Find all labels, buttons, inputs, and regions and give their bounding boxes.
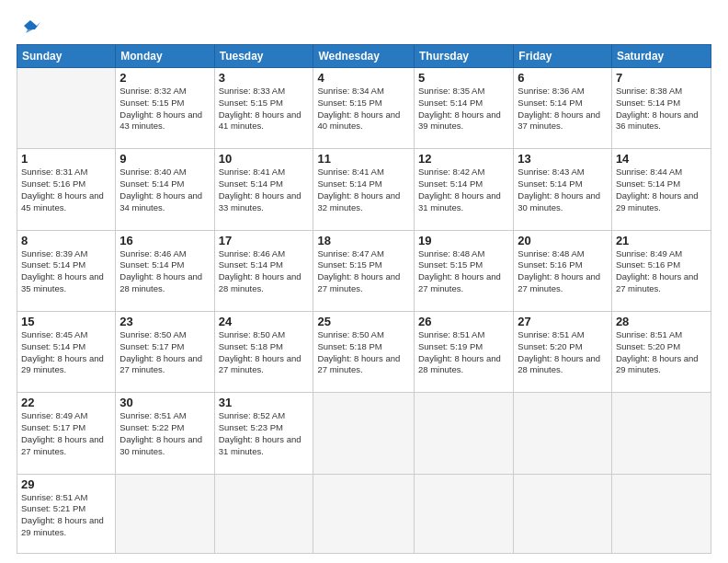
day-detail: Sunrise: 8:46 AMSunset: 5:14 PMDaylight:… bbox=[119, 248, 202, 293]
col-header-thursday: Thursday bbox=[415, 45, 514, 68]
day-detail: Sunrise: 8:42 AMSunset: 5:14 PMDaylight:… bbox=[418, 167, 501, 212]
day-cell-17: 17Sunrise: 8:46 AMSunset: 5:14 PMDayligh… bbox=[214, 230, 313, 311]
day-number: 20 bbox=[518, 234, 608, 247]
day-cell-30: 30Sunrise: 8:51 AMSunset: 5:22 PMDayligh… bbox=[116, 393, 214, 474]
day-number: 4 bbox=[317, 71, 410, 85]
day-number: 13 bbox=[518, 152, 608, 166]
day-cell-20: 20Sunrise: 8:48 AMSunset: 5:16 PMDayligh… bbox=[514, 230, 612, 311]
day-detail: Sunrise: 8:48 AMSunset: 5:16 PMDaylight:… bbox=[518, 248, 600, 293]
day-cell-7: 7Sunrise: 8:38 AMSunset: 5:14 PMDaylight… bbox=[611, 68, 711, 149]
col-header-saturday: Saturday bbox=[611, 45, 711, 68]
day-cell-21: 21Sunrise: 8:49 AMSunset: 5:16 PMDayligh… bbox=[611, 230, 711, 311]
day-number: 2 bbox=[119, 71, 210, 85]
day-detail: Sunrise: 8:31 AMSunset: 5:16 PMDaylight:… bbox=[21, 167, 104, 212]
day-cell-18: 18Sunrise: 8:47 AMSunset: 5:15 PMDayligh… bbox=[313, 230, 415, 311]
day-number: 18 bbox=[317, 234, 410, 247]
day-number: 27 bbox=[518, 315, 608, 328]
day-cell-31: 31Sunrise: 8:52 AMSunset: 5:23 PMDayligh… bbox=[214, 393, 313, 474]
day-detail: Sunrise: 8:35 AMSunset: 5:14 PMDaylight:… bbox=[418, 86, 501, 131]
day-detail: Sunrise: 8:49 AMSunset: 5:16 PMDaylight:… bbox=[616, 248, 699, 293]
col-header-wednesday: Wednesday bbox=[313, 45, 415, 68]
day-detail: Sunrise: 8:41 AMSunset: 5:14 PMDaylight:… bbox=[317, 167, 400, 212]
day-detail: Sunrise: 8:51 AMSunset: 5:21 PMDaylight:… bbox=[21, 492, 104, 537]
svg-marker-0 bbox=[24, 20, 40, 29]
day-number: 23 bbox=[119, 315, 210, 328]
day-cell-19: 19Sunrise: 8:48 AMSunset: 5:15 PMDayligh… bbox=[415, 230, 514, 311]
day-number: 12 bbox=[418, 152, 509, 166]
day-cell-1: 1Sunrise: 8:31 AMSunset: 5:16 PMDaylight… bbox=[17, 149, 116, 230]
day-cell-4: 4Sunrise: 8:34 AMSunset: 5:15 PMDaylight… bbox=[313, 68, 415, 149]
empty-cell bbox=[514, 393, 612, 474]
day-number: 22 bbox=[21, 396, 111, 409]
day-detail: Sunrise: 8:51 AMSunset: 5:19 PMDaylight:… bbox=[418, 329, 501, 374]
day-cell-3: 3Sunrise: 8:33 AMSunset: 5:15 PMDaylight… bbox=[214, 68, 313, 149]
empty-cell bbox=[313, 393, 415, 474]
day-detail: Sunrise: 8:51 AMSunset: 5:20 PMDaylight:… bbox=[616, 329, 699, 374]
day-number: 19 bbox=[418, 234, 509, 247]
header bbox=[17, 17, 711, 37]
day-detail: Sunrise: 8:50 AMSunset: 5:18 PMDaylight:… bbox=[317, 329, 400, 374]
day-cell-15: 15Sunrise: 8:45 AMSunset: 5:14 PMDayligh… bbox=[17, 311, 116, 392]
day-number: 3 bbox=[219, 71, 310, 85]
day-number: 1 bbox=[21, 152, 111, 166]
empty-cell bbox=[313, 474, 415, 553]
day-detail: Sunrise: 8:43 AMSunset: 5:14 PMDaylight:… bbox=[518, 167, 600, 212]
day-number: 11 bbox=[317, 152, 410, 166]
day-number: 29 bbox=[21, 477, 111, 491]
day-detail: Sunrise: 8:44 AMSunset: 5:14 PMDaylight:… bbox=[616, 167, 699, 212]
day-cell-2: 2Sunrise: 8:32 AMSunset: 5:15 PMDaylight… bbox=[116, 68, 214, 149]
day-number: 31 bbox=[219, 396, 310, 409]
empty-cell bbox=[611, 393, 711, 474]
day-number: 16 bbox=[119, 234, 210, 247]
empty-cell bbox=[214, 474, 313, 553]
empty-cell bbox=[116, 474, 214, 553]
day-cell-28: 28Sunrise: 8:51 AMSunset: 5:20 PMDayligh… bbox=[611, 311, 711, 392]
day-detail: Sunrise: 8:34 AMSunset: 5:15 PMDaylight:… bbox=[317, 86, 400, 131]
day-detail: Sunrise: 8:48 AMSunset: 5:15 PMDaylight:… bbox=[418, 248, 501, 293]
col-header-tuesday: Tuesday bbox=[214, 45, 313, 68]
day-detail: Sunrise: 8:52 AMSunset: 5:23 PMDaylight:… bbox=[219, 410, 301, 455]
day-detail: Sunrise: 8:38 AMSunset: 5:14 PMDaylight:… bbox=[616, 86, 699, 131]
day-detail: Sunrise: 8:49 AMSunset: 5:17 PMDaylight:… bbox=[21, 410, 104, 455]
day-number: 26 bbox=[418, 315, 509, 328]
logo-bird-icon bbox=[20, 17, 40, 37]
day-number: 10 bbox=[219, 152, 310, 166]
day-detail: Sunrise: 8:46 AMSunset: 5:14 PMDaylight:… bbox=[219, 248, 301, 293]
day-number: 24 bbox=[219, 315, 310, 328]
empty-cell bbox=[17, 68, 116, 149]
day-number: 28 bbox=[616, 315, 707, 328]
day-cell-14: 14Sunrise: 8:44 AMSunset: 5:14 PMDayligh… bbox=[611, 149, 711, 230]
col-header-monday: Monday bbox=[116, 45, 214, 68]
empty-cell bbox=[611, 474, 711, 553]
day-detail: Sunrise: 8:51 AMSunset: 5:20 PMDaylight:… bbox=[518, 329, 600, 374]
empty-cell bbox=[514, 474, 612, 553]
day-number: 25 bbox=[317, 315, 410, 328]
day-number: 9 bbox=[119, 152, 210, 166]
day-detail: Sunrise: 8:36 AMSunset: 5:14 PMDaylight:… bbox=[518, 86, 600, 131]
day-number: 14 bbox=[616, 152, 707, 166]
day-cell-5: 5Sunrise: 8:35 AMSunset: 5:14 PMDaylight… bbox=[415, 68, 514, 149]
day-cell-27: 27Sunrise: 8:51 AMSunset: 5:20 PMDayligh… bbox=[514, 311, 612, 392]
calendar-table: SundayMondayTuesdayWednesdayThursdayFrid… bbox=[17, 44, 711, 554]
day-number: 8 bbox=[21, 234, 111, 247]
col-header-sunday: Sunday bbox=[17, 45, 116, 68]
day-cell-11: 11Sunrise: 8:41 AMSunset: 5:14 PMDayligh… bbox=[313, 149, 415, 230]
day-detail: Sunrise: 8:47 AMSunset: 5:15 PMDaylight:… bbox=[317, 248, 400, 293]
day-detail: Sunrise: 8:45 AMSunset: 5:14 PMDaylight:… bbox=[21, 329, 104, 374]
svg-marker-1 bbox=[26, 29, 33, 33]
empty-cell bbox=[415, 474, 514, 553]
day-number: 7 bbox=[616, 71, 707, 85]
day-cell-22: 22Sunrise: 8:49 AMSunset: 5:17 PMDayligh… bbox=[17, 393, 116, 474]
day-cell-24: 24Sunrise: 8:50 AMSunset: 5:18 PMDayligh… bbox=[214, 311, 313, 392]
day-cell-10: 10Sunrise: 8:41 AMSunset: 5:14 PMDayligh… bbox=[214, 149, 313, 230]
day-cell-8: 8Sunrise: 8:39 AMSunset: 5:14 PMDaylight… bbox=[17, 230, 116, 311]
day-detail: Sunrise: 8:40 AMSunset: 5:14 PMDaylight:… bbox=[119, 167, 202, 212]
day-detail: Sunrise: 8:51 AMSunset: 5:22 PMDaylight:… bbox=[119, 410, 202, 455]
day-detail: Sunrise: 8:32 AMSunset: 5:15 PMDaylight:… bbox=[119, 86, 202, 131]
day-number: 5 bbox=[418, 71, 509, 85]
day-cell-12: 12Sunrise: 8:42 AMSunset: 5:14 PMDayligh… bbox=[415, 149, 514, 230]
day-cell-29: 29Sunrise: 8:51 AMSunset: 5:21 PMDayligh… bbox=[17, 474, 116, 553]
day-cell-13: 13Sunrise: 8:43 AMSunset: 5:14 PMDayligh… bbox=[514, 149, 612, 230]
day-cell-6: 6Sunrise: 8:36 AMSunset: 5:14 PMDaylight… bbox=[514, 68, 612, 149]
day-detail: Sunrise: 8:41 AMSunset: 5:14 PMDaylight:… bbox=[219, 167, 301, 212]
